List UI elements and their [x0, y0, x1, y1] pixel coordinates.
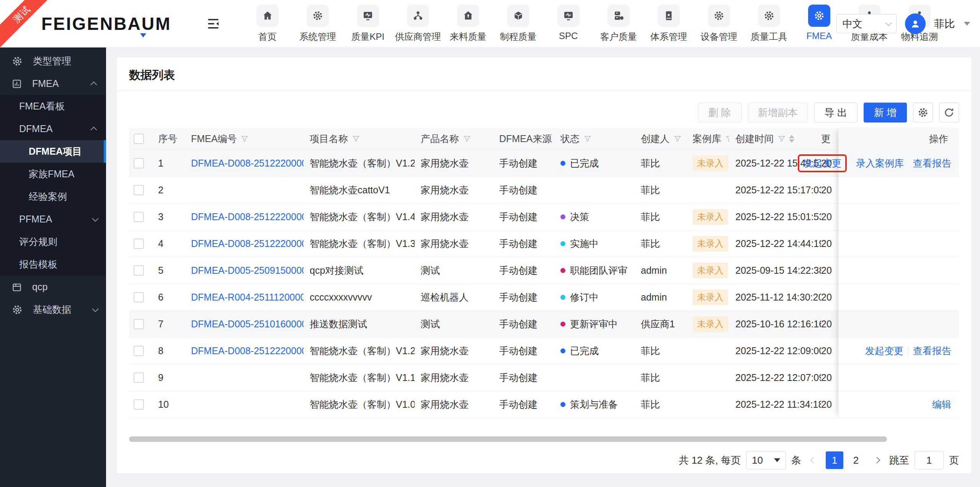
avatar[interactable] [905, 13, 926, 34]
filter-icon[interactable] [673, 135, 682, 143]
row-checkbox[interactable] [134, 399, 144, 410]
nav-item-来料质量[interactable]: 来料质量 [443, 5, 493, 43]
select-all-checkbox[interactable] [134, 134, 144, 144]
cell-source: 手动创建 [493, 398, 554, 411]
sidebar-item-报告模板[interactable]: 报告模板 [0, 253, 106, 276]
row-checkbox[interactable] [134, 373, 144, 383]
cell-product: 家用烧水壶 [415, 371, 493, 384]
nav-item-label: 质量工具 [751, 31, 787, 43]
logo-caret-icon [140, 33, 146, 38]
fmea-code-link[interactable]: DFMEA-D005-25101600002 [191, 319, 304, 330]
row-checkbox[interactable] [134, 319, 144, 329]
page-button-2[interactable]: 2 [847, 451, 865, 469]
row-checkbox[interactable] [134, 185, 144, 195]
filter-icon[interactable] [777, 135, 786, 143]
nav-item-客户质量[interactable]: 客户质量 [593, 5, 644, 43]
filter-icon[interactable] [725, 135, 729, 143]
cell-operations: 编辑 [839, 391, 959, 418]
fmea-code-link[interactable]: DFMEA-D005-25091500001 [191, 265, 304, 276]
cell-source: 手动创建 [493, 211, 554, 223]
cell-code: DFMEA-D008-25122200003 [185, 238, 304, 249]
nav-item-系统管理[interactable]: 系统管理 [292, 5, 343, 43]
fmea-code-link[interactable]: DFMEA-D008-25122200003 [191, 238, 304, 249]
action-link-查看报告[interactable]: 查看报告 [913, 345, 951, 357]
nav-item-质量工具[interactable]: 质量工具 [744, 5, 794, 43]
nav-item-制程质量[interactable]: 制程质量 [493, 5, 543, 43]
nav-item-设备管理[interactable]: 设备管理 [694, 5, 744, 43]
filter-icon[interactable] [583, 135, 592, 143]
row-checkbox[interactable] [134, 212, 144, 222]
column-header-product: 产品名称 [415, 132, 493, 145]
action-link-查看报告[interactable]: 查看报告 [913, 157, 951, 170]
row-checkbox[interactable] [134, 265, 144, 276]
sidebar-item-DFMEA项目[interactable]: DFMEA项目 [0, 140, 106, 163]
cell-status: 实施中 [554, 237, 635, 250]
sidebar-item-家族FMEA[interactable]: 家族FMEA [0, 163, 106, 185]
cell-status: 已完成 [554, 157, 635, 170]
fmea-code-link[interactable]: DFMEA-D008-25122200004 [191, 211, 304, 222]
filter-icon[interactable] [463, 135, 471, 143]
cell-no: 6 [150, 292, 185, 303]
export-button[interactable]: 导 出 [814, 103, 858, 123]
status-text: 策划与准备 [570, 398, 618, 411]
fmea-code-link[interactable]: DFMEA-D008-25122200002 [191, 345, 304, 356]
status-dot-icon [560, 295, 565, 300]
column-header-code: FMEA编号 [185, 132, 304, 145]
sidebar-item-经验案例[interactable]: 经验案例 [0, 185, 106, 208]
row-checkbox[interactable] [134, 346, 144, 356]
refresh-button[interactable] [939, 103, 959, 123]
action-link-录入案例库[interactable]: 录入案例库 [856, 157, 904, 170]
case-library-badge: 未录入 [693, 209, 728, 225]
sidebar-item-评分规则[interactable]: 评分规则 [0, 230, 106, 253]
column-settings-button[interactable] [913, 103, 933, 123]
row-checkbox[interactable] [134, 158, 144, 168]
page-label: 页 [949, 454, 959, 467]
nav-item-体系管理[interactable]: 体系管理 [644, 5, 694, 43]
sidebar-item-DFMEA[interactable]: DFMEA [0, 118, 106, 140]
cell-no: 7 [150, 319, 185, 330]
nav-item-供应商管理[interactable]: 供应商管理 [393, 5, 443, 43]
sidebar-item-FMEA看板[interactable]: FMEA看板 [0, 95, 106, 118]
fmea-code-link[interactable]: DFMEA-R004-25111200001 [191, 292, 304, 303]
nav-item-label: 体系管理 [650, 31, 687, 43]
filter-icon[interactable] [352, 135, 360, 143]
jump-page-input[interactable]: 1 [915, 451, 944, 469]
nav-item-SPC[interactable]: SPC [543, 5, 593, 41]
action-link-发起变更[interactable]: 发起变更 [865, 345, 903, 357]
menu-collapse-icon[interactable] [205, 15, 222, 32]
user-menu-caret-icon[interactable] [964, 22, 970, 26]
sidebar-item-qcp[interactable]: qcp [0, 276, 106, 298]
sidebar-item-PFMEA[interactable]: PFMEA [0, 208, 106, 230]
horizontal-scrollbar-thumb[interactable] [129, 436, 887, 442]
page-button-1[interactable]: 1 [826, 451, 843, 469]
cell-project: 智能烧水壶（客制）V1.0 [304, 398, 415, 411]
delete-button[interactable]: 删 除 [698, 103, 741, 123]
cell-operations [839, 204, 959, 230]
sidebar-item-FMEA[interactable]: FMEA [0, 72, 106, 95]
row-checkbox[interactable] [134, 239, 144, 249]
fmea-code-link[interactable]: DFMEA-D008-25122200005 [191, 158, 304, 169]
cell-no: 1 [150, 158, 185, 169]
duplicate-button[interactable]: 新增副本 [748, 103, 808, 123]
sidebar-item-label: PFMEA [19, 214, 52, 225]
sidebar-item-基础数据[interactable]: 基础数据 [0, 298, 106, 321]
nav-item-质量KPI[interactable]: 质量KPI [343, 5, 393, 43]
sidebar-item-类型管理[interactable]: 类型管理 [0, 50, 106, 72]
next-page-button[interactable] [870, 451, 884, 469]
nav-item-首页[interactable]: 首页 [242, 5, 292, 43]
page-size-select[interactable]: 10 [746, 451, 786, 469]
add-button[interactable]: 新 增 [864, 103, 907, 123]
action-link-编辑[interactable]: 编辑 [932, 398, 951, 411]
cell-create-time: 2025-12-22 14:44:19 [729, 238, 821, 249]
status-text: 已完成 [570, 157, 599, 170]
book-icon [658, 5, 680, 27]
language-select[interactable]: 中文 [836, 14, 897, 33]
prev-page-button[interactable] [807, 451, 820, 469]
chevron-down-icon [92, 306, 99, 312]
sort-icon[interactable] [789, 135, 794, 143]
action-link-发起变更[interactable]: 发起变更 [803, 158, 841, 168]
cell-creator: 供应商1 [635, 318, 686, 330]
sidebar-item-label: 评分规则 [19, 235, 57, 248]
filter-icon[interactable] [240, 135, 249, 143]
row-checkbox[interactable] [134, 292, 144, 302]
